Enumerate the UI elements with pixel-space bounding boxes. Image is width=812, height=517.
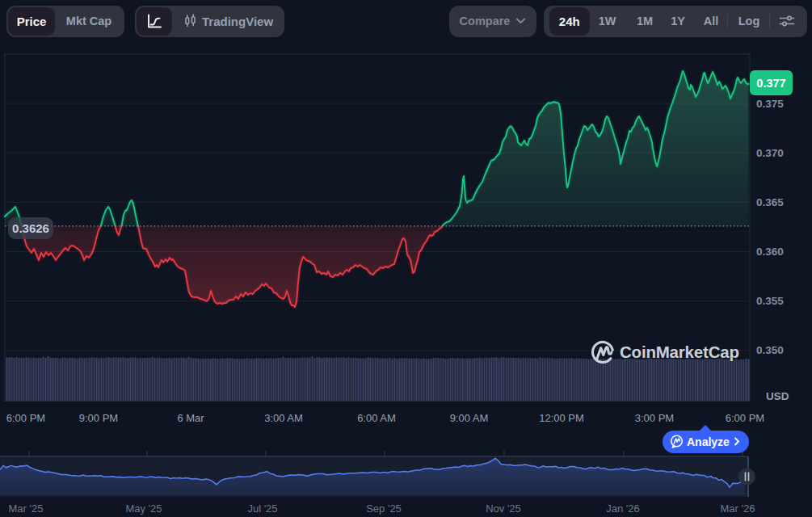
- svg-text:USD: USD: [766, 390, 789, 402]
- svg-text:0.355: 0.355: [756, 295, 784, 307]
- svg-text:0.370: 0.370: [756, 147, 784, 159]
- svg-text:6 Mar: 6 Mar: [177, 412, 204, 424]
- svg-text:0.365: 0.365: [756, 196, 784, 208]
- svg-text:May '25: May '25: [125, 502, 162, 515]
- svg-text:0.375: 0.375: [756, 98, 784, 110]
- svg-text:CoinMarketCap: CoinMarketCap: [620, 343, 739, 361]
- svg-text:Jan '26: Jan '26: [606, 502, 640, 515]
- svg-text:Sep '25: Sep '25: [366, 502, 402, 515]
- svg-text:Nov '25: Nov '25: [486, 502, 521, 515]
- svg-text:3:00 PM: 3:00 PM: [635, 412, 674, 424]
- svg-text:9:00 AM: 9:00 AM: [450, 412, 489, 424]
- svg-text:6:00 PM: 6:00 PM: [6, 412, 45, 424]
- svg-text:Mar '25: Mar '25: [9, 502, 44, 515]
- svg-text:0.360: 0.360: [756, 246, 784, 258]
- svg-text:0.350: 0.350: [756, 344, 784, 356]
- svg-text:6:00 PM: 6:00 PM: [726, 412, 764, 424]
- svg-text:Mar '26: Mar '26: [721, 502, 755, 515]
- svg-text:9:00 PM: 9:00 PM: [79, 412, 118, 424]
- svg-text:3:00 AM: 3:00 AM: [264, 412, 303, 424]
- svg-text:Jul '25: Jul '25: [247, 502, 277, 515]
- svg-text:12:00 PM: 12:00 PM: [539, 412, 584, 424]
- svg-text:6:00 AM: 6:00 AM: [357, 412, 396, 424]
